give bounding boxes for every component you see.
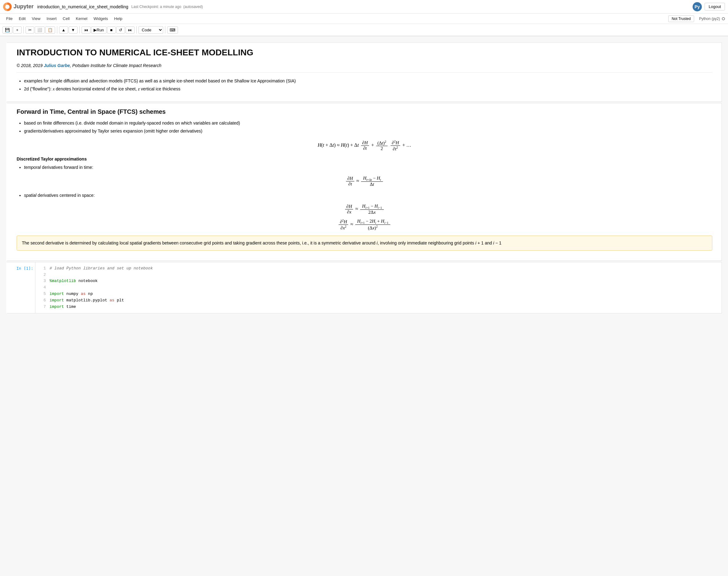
- toolbar-separator-2: [57, 26, 57, 33]
- topbar: Jupyter introduction_to_numerical_ice_sh…: [0, 0, 728, 13]
- kernel-status-circle: [722, 17, 725, 20]
- cell-type-select[interactable]: Code Markdown Raw: [138, 26, 163, 34]
- kernel-info: Python (py2): [699, 17, 725, 21]
- code-lines: 1234567 # load Python libraries and set …: [38, 265, 719, 310]
- author-link[interactable]: Julius Garbe: [44, 63, 70, 68]
- menu-insert[interactable]: Insert: [44, 15, 60, 22]
- skip-to-start-button[interactable]: ⏮: [82, 26, 90, 33]
- menu-file[interactable]: File: [3, 15, 16, 22]
- logout-button[interactable]: Logout: [705, 3, 725, 10]
- menu-widgets[interactable]: Widgets: [90, 15, 111, 22]
- list-item: gradients/derivatives approximated by Ta…: [24, 127, 712, 135]
- save-button[interactable]: 💾: [2, 26, 12, 33]
- svg-text:Py: Py: [695, 4, 700, 9]
- not-trusted-button[interactable]: Not Trusted: [668, 16, 694, 22]
- copy-button[interactable]: ⬜: [35, 26, 45, 33]
- menubar: File Edit View Insert Cell Kernel Widget…: [0, 13, 728, 24]
- menu-kernel[interactable]: Kernel: [73, 15, 90, 22]
- move-up-button[interactable]: ▲: [59, 26, 68, 33]
- notebook-title-heading: INTRODUCTION TO NUMERICAL ICE-SHEET MODE…: [17, 48, 712, 58]
- temporal-bullet: temporal derivatives forward in time:: [24, 164, 712, 171]
- menu-view[interactable]: View: [29, 15, 44, 22]
- list-item: 2d ("flowline"): x denotes horizontal ex…: [24, 86, 712, 92]
- cell-title-intro: INTRODUCTION TO NUMERICAL ICE-SHEET MODE…: [6, 42, 722, 102]
- ftcs-heading: Forward in Time, Central in Space (FTCS)…: [17, 108, 712, 115]
- python-icon: Py: [692, 2, 702, 12]
- fast-forward-button[interactable]: ⏭: [126, 26, 135, 33]
- list-item: temporal derivatives forward in time:: [24, 164, 712, 171]
- author-block: © 2018, 2019 Julius Garbe, Potsdam Insti…: [17, 63, 712, 68]
- list-item: examples for simple diffusion and advect…: [24, 78, 712, 84]
- list-item: spatial derivatives centered in space:: [24, 192, 712, 199]
- line-numbers: 1234567: [38, 265, 46, 310]
- spatial-bullet: spatial derivatives centered in space:: [24, 192, 712, 199]
- toolbar-separator-3: [79, 26, 80, 33]
- move-down-button[interactable]: ▼: [69, 26, 78, 33]
- code-magic: %matplotlib: [50, 279, 76, 283]
- menu-edit[interactable]: Edit: [16, 15, 29, 22]
- intro-bullet-list: examples for simple diffusion and advect…: [24, 78, 712, 93]
- discretized-title: Discretized Taylor approximations: [17, 156, 712, 162]
- run-button[interactable]: ▶ Run: [91, 26, 107, 33]
- stop-button[interactable]: ■: [107, 26, 116, 33]
- jupyter-spinner-icon: [3, 2, 12, 11]
- cell-divider-1: [17, 72, 712, 73]
- menu-help[interactable]: Help: [111, 15, 126, 22]
- code-comment: # load Python libraries and set up noteb…: [50, 266, 153, 270]
- notebook-title: introduction_to_numerical_ice_sheet_mode…: [37, 4, 128, 9]
- code-editor[interactable]: 1234567 # load Python libraries and set …: [35, 262, 722, 313]
- list-item: based on finite differences (i.e. divide…: [24, 120, 712, 126]
- ftcs-bullet-list: based on finite differences (i.e. divide…: [24, 120, 712, 135]
- keyboard-button[interactable]: ⌨: [167, 26, 178, 33]
- menu-cell[interactable]: Cell: [60, 15, 73, 22]
- spatial-equations: ∂H ∂x ≈ Hi+1 − Hi−1 2Δx ∂2H ∂x2 ≈ Hi+1 −…: [17, 204, 712, 231]
- jupyter-wordmark: Jupyter: [14, 3, 33, 10]
- toolbar: 💾 + ✂ ⬜ 📋 ▲ ▼ ⏮ ▶ Run ■ ↺ ⏭ Code Markdow…: [0, 24, 728, 36]
- code-import-1: import: [50, 291, 64, 296]
- toolbar-separator-1: [23, 26, 24, 33]
- spatial-label: spatial: [24, 193, 36, 198]
- toolbar-separator-5: [165, 26, 165, 33]
- code-text[interactable]: # load Python libraries and set up noteb…: [50, 265, 719, 310]
- cell-ftcs: Forward in Time, Central in Space (FTCS)…: [6, 103, 722, 261]
- temporal-label: temporal: [24, 165, 41, 170]
- checkpoint-info: Last Checkpoint: a minute ago (autosaved…: [131, 5, 203, 9]
- taylor-equation: H(t + Δt) ≈ H(t) + Δt ∂H ∂t + (Δt)2 2 ∂2…: [17, 140, 712, 152]
- restart-button[interactable]: ↺: [116, 26, 125, 33]
- cut-button[interactable]: ✂: [26, 26, 34, 33]
- paste-button[interactable]: 📋: [45, 26, 55, 33]
- temporal-equation: ∂H ∂t ≈ Ht+Δt − Ht Δt: [17, 176, 712, 187]
- jupyter-logo: Jupyter: [3, 2, 33, 11]
- code-cell-1: In [1]: 1234567 # load Python libraries …: [6, 262, 722, 314]
- alert-box: The second derivative is determined by c…: [17, 236, 712, 250]
- code-import-3: import: [50, 305, 64, 309]
- add-cell-button[interactable]: +: [13, 26, 22, 33]
- cell-label: In [1]:: [7, 262, 35, 313]
- notebook-content: INTRODUCTION TO NUMERICAL ICE-SHEET MODE…: [0, 36, 728, 576]
- toolbar-separator-4: [136, 26, 137, 33]
- code-import-2: import: [50, 298, 64, 303]
